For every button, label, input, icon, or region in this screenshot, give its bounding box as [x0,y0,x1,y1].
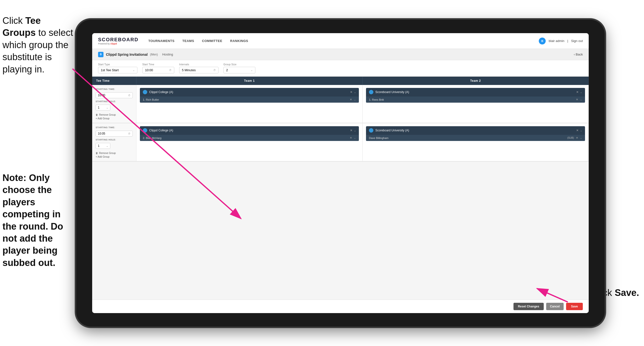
settings-row: Start Type 1st Tee Start ⌄ Start Time 10… [92,60,589,77]
cancel-button[interactable]: Cancel [546,303,564,310]
separator: | [567,39,568,43]
reset-changes-button[interactable]: Reset Changes [514,303,544,310]
group2-team1-player1-chevron[interactable]: ⌄ [354,137,356,139]
nav-committee[interactable]: COMMITTEE [202,38,222,44]
group2-team2-controls: ✕ ⌄ [576,129,582,132]
group1-team1-player1-remove[interactable]: ✕ [350,98,352,101]
start-type-chevron: ⌄ [133,69,135,71]
nav-right: B blair admin | Sign out [539,37,583,44]
logo-clippd: clippd [110,42,117,45]
start-type-input[interactable]: 1st Tee Start ⌄ [98,67,138,73]
breadcrumb-bar: B Clippd Spring Invitational (Men) Hosti… [92,49,589,60]
logo-powered: Powered by clippd [98,42,138,45]
group2-team2-player1-chevron[interactable]: ⌄ [580,137,582,139]
intervals-value: 5 Minutes [182,68,196,72]
breadcrumb-subtitle: (Men) [150,53,158,56]
breadcrumb-title: Clippd Spring Invitational [106,52,148,56]
tee-time-header: Tee Time [92,77,136,85]
group2-team2-card[interactable]: Scoreboard University (A) ✕ ⌄ Dave Billi… [366,126,585,141]
group1-team1-chevron[interactable]: ⌄ [354,91,356,94]
group2-team2-chevron[interactable]: ⌄ [580,129,582,132]
group-size-field: Group Size 2 ⌄ [224,63,256,73]
nav-links: TOURNAMENTS TEAMS COMMITTEE RANKINGS [148,38,539,44]
group1-team1-card[interactable]: Clippd College (A) ✕ ⌄ 1. Rich Butler ✕ … [140,88,359,103]
start-time-value: 10:00 [145,68,153,72]
group2-team1-remove[interactable]: ✕ [350,129,352,132]
group1-team2-header: Scoreboard University (A) ✕ ⌄ [366,88,585,96]
intervals-icon: ⏱ [213,69,216,71]
group2-time-icon: ⏱ [128,132,130,135]
group1-add-group[interactable]: + Add Group [96,117,133,120]
group2-time-input[interactable]: 10:05 ⏱ [96,131,133,137]
group1-remove-group[interactable]: 🗑 Remove Group [96,113,133,116]
group1-hole-value: 1 [98,106,100,109]
group2-team1: Clippd College (A) ✕ ⌄ 2. Blair McHarg ✕… [136,123,362,161]
start-time-icon: ⏱ [169,69,172,71]
group-size-input[interactable]: 2 ⌄ [224,67,256,73]
team4-icon [369,128,373,133]
group1-hole-chevron: ⌄ [106,106,108,109]
group1-team1-header: Clippd College (A) ✕ ⌄ [140,88,359,96]
nav-tournaments[interactable]: TOURNAMENTS [148,38,174,44]
group1-team1-player1-chevron[interactable]: ⌄ [354,98,356,101]
group1-team2-remove[interactable]: ✕ [576,90,578,94]
tablet-screen: SCOREBOARD Powered by clippd TOURNAMENTS… [92,33,589,313]
group2-team1-card[interactable]: Clippd College (A) ✕ ⌄ 2. Blair McHarg ✕… [140,126,359,141]
group2-team2-header: Scoreboard University (A) ✕ ⌄ [366,126,585,135]
group2-team1-chevron[interactable]: ⌄ [354,129,356,132]
group2-team1-header: Clippd College (A) ✕ ⌄ [140,126,359,135]
group2-team2-player1-sub: (SUB) [567,137,574,139]
group2-team1-player1-remove[interactable]: ✕ [350,136,352,139]
group2-actions: 🗑 Remove Group + Add Group [96,152,133,158]
group1-team2-chevron[interactable]: ⌄ [580,91,582,94]
tee-group-2: STARTING TIME: 10:05 ⏱ STARTING HOLE: 1 … [92,123,589,162]
content-area: Start Type 1st Tee Start ⌄ Start Time 10… [92,60,589,313]
sign-out-link[interactable]: Sign out [571,39,583,43]
group1-team1-player1: 1. Rich Butler ✕ ⌄ [140,96,359,103]
group-size-chevron: ⌄ [251,69,253,71]
group2-team1-player1: 2. Blair McHarg ✕ ⌄ [140,135,359,141]
logo-area: SCOREBOARD Powered by clippd [98,37,138,45]
group1-time-icon: ⏱ [128,94,130,97]
group1-actions: 🗑 Remove Group + Add Group [96,113,133,120]
start-time-input[interactable]: 10:00 ⏱ [142,67,174,73]
group1-time-label: STARTING TIME: [96,88,133,90]
nav-teams[interactable]: TEAMS [182,38,194,44]
trash-icon: 🗑 [96,113,98,116]
user-name: blair admin [549,39,564,43]
group1-team1-remove[interactable]: ✕ [350,90,352,94]
group2-team2-remove[interactable]: ✕ [576,129,578,132]
group2-hole-input[interactable]: 1 ⌄ [96,143,110,149]
group2-hole-chevron: ⌄ [106,145,108,147]
group1-team2-player1-name: 1. Rees Britt [369,98,574,101]
group2-time-value: 10:05 [98,132,105,135]
back-button[interactable]: ‹ Back [574,52,583,56]
group1-team2-player1-remove[interactable]: ✕ [576,98,578,101]
group1-time-value: 10:00 [98,94,105,97]
instruction-text: Click Tee Groups to select which group t… [0,15,76,75]
group1-team2-player1-chevron[interactable]: ⌄ [580,98,582,101]
breadcrumb-icon: B [98,52,104,57]
group1-team1-player1-name: 1. Rich Butler [143,98,348,101]
team2-header: Team 2 [362,77,589,85]
start-time-label: Start Time [142,63,174,66]
group2-hole-value: 1 [98,144,100,148]
start-type-label: Start Type [98,63,138,66]
group1-team2-card[interactable]: Scoreboard University (A) ✕ ⌄ 1. Rees Br… [366,88,585,103]
group2-team1-controls: ✕ ⌄ [350,129,356,132]
start-type-field: Start Type 1st Tee Start ⌄ [98,63,138,73]
group2-add-group[interactable]: + Add Group [96,155,133,158]
group2-remove-group[interactable]: 🗑 Remove Group [96,152,133,154]
footer-bar: Reset Changes Cancel Save [92,300,589,313]
intervals-input[interactable]: 5 Minutes ⏱ [179,67,218,73]
logo-scoreboard: SCOREBOARD [98,37,138,42]
nav-rankings[interactable]: RANKINGS [230,38,248,44]
team2-icon [369,90,373,94]
group2-team2: Scoreboard University (A) ✕ ⌄ Dave Billi… [362,123,589,161]
save-button[interactable]: Save [566,303,583,310]
save-bold: Save. [615,288,639,298]
group1-team2-name: Scoreboard University (A) [375,90,574,94]
group1-hole-input[interactable]: 1 ⌄ [96,105,110,110]
group2-team2-player1-remove[interactable]: ✕ [576,136,578,139]
group1-time-input[interactable]: 10:00 ⏱ [96,92,133,98]
